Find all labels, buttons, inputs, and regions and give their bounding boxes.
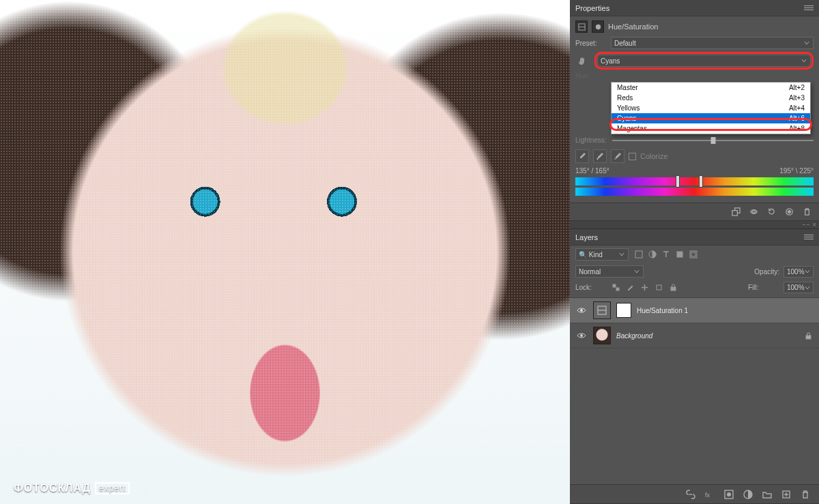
color-range-select[interactable]: Cyans [597, 55, 811, 67]
new-layer-icon[interactable] [781, 489, 792, 500]
preset-value: Default [614, 40, 636, 47]
properties-tab-label: Properties [575, 4, 609, 12]
dropdown-item-cyans[interactable]: Cyans Alt+6 [612, 113, 810, 123]
opacity-value[interactable]: 100% [784, 266, 814, 278]
layer-mask-thumb[interactable] [616, 303, 631, 318]
layer-name: Background [616, 332, 652, 340]
lightness-slider[interactable] [612, 140, 814, 141]
fill-label: Fill: [748, 284, 779, 291]
adjustment-title-row: Hue/Saturation [575, 20, 814, 33]
layer-fx-icon[interactable]: fx [704, 489, 715, 500]
new-adjustment-icon[interactable] [743, 489, 753, 500]
color-range-dropdown[interactable]: Master Alt+2 Reds Alt+3 Yellows Alt+4 Cy… [611, 82, 811, 134]
layer-visibility-icon[interactable] [575, 332, 588, 339]
eyedropper-subtract-icon[interactable] [611, 149, 624, 163]
frost-overlay [0, 0, 570, 504]
filter-type-icon[interactable] [661, 250, 671, 259]
visibility-icon[interactable] [784, 207, 794, 218]
color-range-highlight: Cyans [594, 52, 814, 70]
layer-visibility-icon[interactable] [575, 307, 588, 314]
layers-panel-header[interactable]: Layers [570, 229, 819, 246]
angle-left-label: 135° / 165° [575, 167, 609, 175]
hue-bar-input[interactable] [575, 177, 814, 186]
link-layers-icon[interactable] [685, 489, 696, 500]
filter-pixel-icon[interactable] [634, 250, 644, 259]
lock-position-icon[interactable] [640, 282, 650, 293]
svg-point-21 [727, 492, 731, 496]
svg-point-17 [580, 334, 583, 337]
lock-label: Lock: [575, 284, 607, 291]
svg-rect-11 [613, 284, 616, 287]
lock-all-icon[interactable] [668, 282, 678, 293]
opacity-label: Opacity: [754, 268, 779, 276]
fill-value[interactable]: 100% [784, 282, 814, 293]
layer-hue-saturation[interactable]: Hue/Saturation 1 [570, 298, 819, 323]
layer-background[interactable]: Background [570, 323, 819, 349]
panel-flyout-icon[interactable] [804, 233, 814, 242]
delete-layer-icon[interactable] [800, 489, 811, 500]
eyedropper-add-icon[interactable] [593, 149, 607, 163]
svg-point-5 [788, 211, 790, 213]
svg-text:fx: fx [705, 492, 710, 499]
panel-collapse-bar[interactable]: × [570, 221, 819, 229]
panel-flyout-icon[interactable] [804, 3, 814, 13]
add-mask-icon[interactable] [723, 489, 734, 500]
clip-to-layer-icon[interactable] [730, 207, 741, 218]
svg-rect-18 [806, 336, 811, 339]
reset-icon[interactable] [766, 207, 777, 218]
layer-adj-thumb [593, 301, 611, 319]
lock-artboard-icon[interactable] [654, 282, 664, 293]
lock-transparent-icon[interactable] [611, 282, 621, 293]
properties-footer [570, 203, 819, 220]
properties-panel-header[interactable]: Properties [570, 0, 819, 16]
targeted-adjustment-icon[interactable] [575, 53, 590, 68]
svg-point-1 [595, 24, 600, 29]
canvas-area[interactable]: ФОТОСКЛАД expert [0, 0, 570, 504]
lock-icon[interactable] [803, 331, 814, 341]
watermark: ФОТОСКЛАД expert [14, 482, 130, 494]
svg-point-15 [580, 309, 583, 312]
svg-rect-2 [732, 211, 736, 216]
watermark-brand: ФОТОСКЛАД [14, 482, 91, 494]
layer-filter-kind[interactable]: 🔍 Kind [575, 248, 629, 261]
adjustment-title: Hue/Saturation [608, 23, 658, 31]
colorize-label: Colorize [640, 152, 667, 160]
dropdown-item-reds[interactable]: Reds Alt+3 [612, 93, 810, 103]
angle-right-label: 195° \ 225° [779, 167, 814, 175]
dropdown-item-master[interactable]: Master Alt+2 [612, 83, 810, 93]
svg-rect-14 [671, 287, 676, 291]
properties-panel: Properties Hue/Saturation Preset: Defaul… [570, 0, 819, 221]
hue-row: Hue: [575, 72, 814, 80]
watermark-suffix: expert [95, 482, 130, 494]
close-icon[interactable]: × [812, 221, 816, 228]
blend-mode-select[interactable]: Normal [575, 265, 644, 278]
chevron-down-icon [801, 58, 807, 63]
preset-select[interactable]: Default [611, 37, 814, 49]
filter-adjustment-icon[interactable] [648, 250, 657, 259]
colorize-checkbox[interactable] [629, 153, 636, 160]
new-group-icon[interactable] [762, 489, 773, 500]
hue-bar-output [575, 188, 814, 196]
lock-pixels-icon[interactable] [625, 282, 635, 293]
sidebar: Properties Hue/Saturation Preset: Defaul… [570, 0, 819, 504]
svg-rect-6 [635, 251, 642, 258]
svg-rect-8 [677, 252, 682, 257]
dropdown-item-magentas[interactable]: Magentas Alt+8 [612, 123, 810, 134]
svg-point-3 [752, 211, 755, 213]
svg-rect-12 [616, 288, 619, 291]
filter-shape-icon[interactable] [675, 250, 685, 259]
trash-icon[interactable] [801, 207, 812, 218]
view-previous-icon[interactable] [748, 207, 759, 218]
layers-footer: fx [570, 484, 819, 503]
layer-name: Hue/Saturation 1 [637, 307, 688, 314]
layer-thumb [593, 327, 611, 344]
layer-list-area[interactable] [570, 349, 819, 484]
layers-tab-label: Layers [575, 233, 598, 241]
filter-smart-icon[interactable] [689, 250, 698, 259]
dropdown-item-yellows[interactable]: Yellows Alt+4 [612, 103, 810, 113]
adjustment-icon[interactable] [575, 20, 588, 33]
svg-rect-13 [657, 285, 661, 290]
eyedropper-icon[interactable] [575, 149, 589, 163]
mask-icon[interactable] [592, 20, 604, 33]
lightness-row: Lightness: [575, 136, 814, 144]
